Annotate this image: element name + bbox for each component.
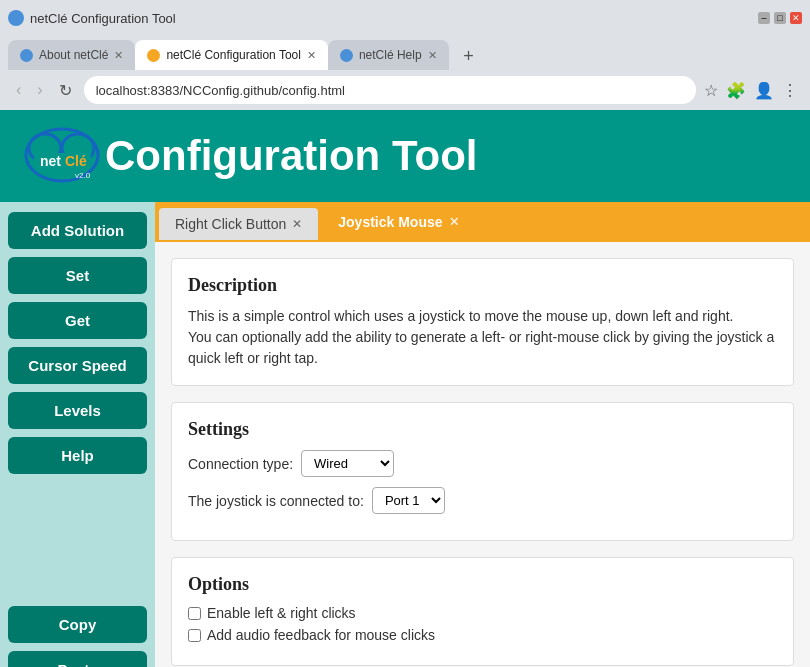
browser-chrome: netClé Configuration Tool – □ ✕ About ne… (0, 0, 810, 110)
maximize-button[interactable]: □ (774, 12, 786, 24)
connection-type-row: Connection type: Wired Wireless Bluetoot… (188, 450, 777, 477)
add-solution-button[interactable]: Add Solution (8, 212, 147, 249)
joystick-port-select[interactable]: Port 1 Port 2 Port 3 (372, 487, 445, 514)
tab-help-close[interactable]: ✕ (428, 49, 437, 62)
browser-window-title: netClé Configuration Tool (30, 11, 176, 26)
description-text2: You can optionally add the ability to ge… (188, 327, 777, 369)
window-controls: – □ ✕ (758, 12, 802, 24)
tab-config-label: netClé Configuration Tool (166, 48, 301, 62)
tab-config[interactable]: netClé Configuration Tool ✕ (135, 40, 328, 70)
tab-config-close[interactable]: ✕ (307, 49, 316, 62)
options-section: Options Enable left & right clicks Add a… (171, 557, 794, 666)
logo-area: net Clé v2.0 (20, 120, 105, 192)
get-button[interactable]: Get (8, 302, 147, 339)
enable-clicks-checkbox[interactable] (188, 607, 201, 620)
enable-clicks-label: Enable left & right clicks (207, 605, 356, 621)
svg-text:net: net (40, 153, 61, 169)
extensions-icon[interactable]: 🧩 (726, 81, 746, 100)
add-tab-button[interactable]: + (455, 42, 483, 70)
close-button[interactable]: ✕ (790, 12, 802, 24)
description-text1: This is a simple control which uses a jo… (188, 306, 777, 327)
settings-section: Settings Connection type: Wired Wireless… (171, 402, 794, 541)
joystick-mouse-tab-close[interactable]: ✕ (449, 215, 459, 229)
svg-text:Clé: Clé (65, 153, 87, 169)
paste-button[interactable]: Paste (8, 651, 147, 667)
copy-button[interactable]: Copy (8, 606, 147, 643)
enable-clicks-row: Enable left & right clicks (188, 605, 777, 621)
options-title: Options (188, 574, 777, 595)
star-icon[interactable]: ☆ (704, 81, 718, 100)
right-click-button-tab-label: Right Click Button (175, 216, 286, 232)
help-button[interactable]: Help (8, 437, 147, 474)
address-input[interactable] (84, 76, 696, 104)
cursor-speed-button[interactable]: Cursor Speed (8, 347, 147, 384)
right-click-button-tab-close[interactable]: ✕ (292, 217, 302, 231)
connection-type-label: Connection type: (188, 456, 293, 472)
menu-icon[interactable]: ⋮ (782, 81, 798, 100)
content-area: Add Solution Set Get Cursor Speed Levels… (0, 202, 810, 667)
back-button[interactable]: ‹ (12, 79, 25, 101)
audio-feedback-checkbox[interactable] (188, 629, 201, 642)
content-tabs: Right Click Button ✕ Joystick Mouse ✕ (155, 202, 810, 242)
settings-title: Settings (188, 419, 777, 440)
description-section: Description This is a simple control whi… (171, 258, 794, 386)
audio-feedback-row: Add audio feedback for mouse clicks (188, 627, 777, 643)
app-header: net Clé v2.0 Configuration Tool (0, 110, 810, 202)
tab-about[interactable]: About netClé ✕ (8, 40, 135, 70)
sidebar: Add Solution Set Get Cursor Speed Levels… (0, 202, 155, 667)
profile-icon[interactable]: 👤 (754, 81, 774, 100)
joystick-port-label: The joystick is connected to: (188, 493, 364, 509)
forward-button[interactable]: › (33, 79, 46, 101)
app-title-area: Configuration Tool (105, 132, 477, 180)
svg-text:v2.0: v2.0 (75, 171, 91, 180)
tab-help[interactable]: netClé Help ✕ (328, 40, 449, 70)
levels-button[interactable]: Levels (8, 392, 147, 429)
toolbar-icons: ☆ 🧩 👤 ⋮ (704, 81, 798, 100)
description-title: Description (188, 275, 777, 296)
joystick-port-row: The joystick is connected to: Port 1 Por… (188, 487, 777, 514)
app-container: net Clé v2.0 Configuration Tool Add Solu… (0, 110, 810, 601)
title-bar: netClé Configuration Tool – □ ✕ (0, 0, 810, 36)
tab-about-close[interactable]: ✕ (114, 49, 123, 62)
panel: Description This is a simple control whi… (155, 242, 810, 667)
tabs-bar: About netClé ✕ netClé Configuration Tool… (0, 36, 810, 70)
tab-joystick-mouse[interactable]: Joystick Mouse ✕ (322, 206, 474, 238)
audio-feedback-label: Add audio feedback for mouse clicks (207, 627, 435, 643)
app-title: Configuration Tool (105, 132, 477, 180)
set-button[interactable]: Set (8, 257, 147, 294)
browser-favicon (8, 10, 24, 26)
help-tab-icon (340, 49, 353, 62)
joystick-mouse-tab-label: Joystick Mouse (338, 214, 442, 230)
about-tab-icon (20, 49, 33, 62)
minimize-button[interactable]: – (758, 12, 770, 24)
address-bar: ‹ › ↻ ☆ 🧩 👤 ⋮ (0, 70, 810, 110)
connection-type-select[interactable]: Wired Wireless Bluetooth (301, 450, 394, 477)
config-tab-icon (147, 49, 160, 62)
tab-about-label: About netClé (39, 48, 108, 62)
tab-right-click-button[interactable]: Right Click Button ✕ (159, 208, 318, 240)
tab-help-label: netClé Help (359, 48, 422, 62)
logo-svg: net Clé v2.0 (20, 120, 105, 192)
reload-button[interactable]: ↻ (55, 79, 76, 102)
main-content: Right Click Button ✕ Joystick Mouse ✕ De… (155, 202, 810, 667)
